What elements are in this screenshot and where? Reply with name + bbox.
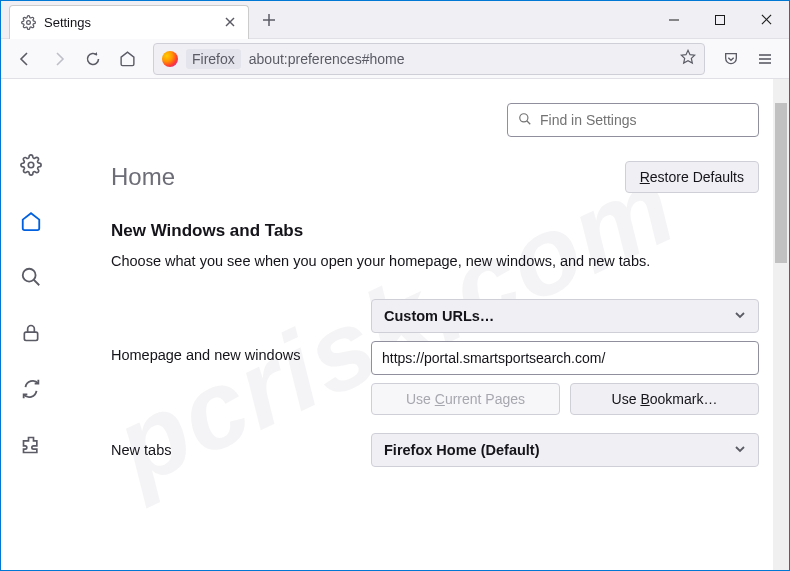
chevron-down-icon [734,442,746,458]
chevron-down-icon [734,308,746,324]
section-description: Choose what you see when you open your h… [111,251,759,271]
homepage-label: Homepage and new windows [111,299,371,363]
use-bookmark-button[interactable]: Use Bookmark… [570,383,759,415]
identity-label: Firefox [186,49,241,69]
vertical-scrollbar[interactable] [773,79,789,570]
app-menu-button[interactable] [749,43,781,75]
close-tab-icon[interactable] [222,14,238,30]
url-text: about:preferences#home [249,51,672,67]
homepage-mode-value: Custom URLs… [384,308,494,324]
search-placeholder: Find in Settings [540,112,637,128]
home-button[interactable] [111,43,143,75]
sidebar-privacy[interactable] [13,315,49,351]
minimize-button[interactable] [651,1,697,39]
svg-point-14 [23,269,36,282]
maximize-button[interactable] [697,1,743,39]
window-controls [651,1,789,39]
browser-tab[interactable]: Settings [9,5,249,39]
svg-point-0 [26,20,30,24]
close-window-button[interactable] [743,1,789,39]
pocket-button[interactable] [715,43,747,75]
svg-marker-9 [681,50,694,63]
newtabs-value: Firefox Home (Default) [384,442,540,458]
newtabs-select[interactable]: Firefox Home (Default) [371,433,759,467]
settings-search-input[interactable]: Find in Settings [507,103,759,137]
homepage-url-input[interactable] [371,341,759,375]
svg-point-13 [28,162,34,168]
url-bar[interactable]: Firefox about:preferences#home [153,43,705,75]
svg-rect-16 [24,332,37,340]
back-button[interactable] [9,43,41,75]
sidebar-home[interactable] [13,203,49,239]
svg-line-15 [34,280,40,286]
newtabs-label: New tabs [111,442,371,458]
reload-button[interactable] [77,43,109,75]
sidebar-extensions[interactable] [13,427,49,463]
settings-main: Find in Settings Home Restore Defaults N… [61,79,789,570]
search-icon [518,112,532,129]
page-title: Home [111,163,175,191]
bookmark-star-icon[interactable] [680,49,696,68]
forward-button[interactable] [43,43,75,75]
new-tab-button[interactable] [255,6,283,34]
tab-title: Settings [44,15,214,30]
sidebar-sync[interactable] [13,371,49,407]
homepage-mode-select[interactable]: Custom URLs… [371,299,759,333]
scrollbar-thumb[interactable] [775,103,787,263]
svg-point-17 [520,113,528,121]
content-area: pcrisk.com Find in Settings Home Restore… [1,79,789,570]
sidebar-search[interactable] [13,259,49,295]
gear-icon [20,14,36,30]
svg-line-18 [527,120,531,124]
firefox-logo-icon [162,51,178,67]
section-title: New Windows and Tabs [111,221,759,241]
sidebar-general[interactable] [13,147,49,183]
nav-toolbar: Firefox about:preferences#home [1,39,789,79]
svg-rect-6 [716,15,725,24]
titlebar: Settings [1,1,789,39]
restore-defaults-button[interactable]: Restore Defaults [625,161,759,193]
use-current-pages-button[interactable]: Use Current Pages [371,383,560,415]
settings-sidebar [1,79,61,570]
